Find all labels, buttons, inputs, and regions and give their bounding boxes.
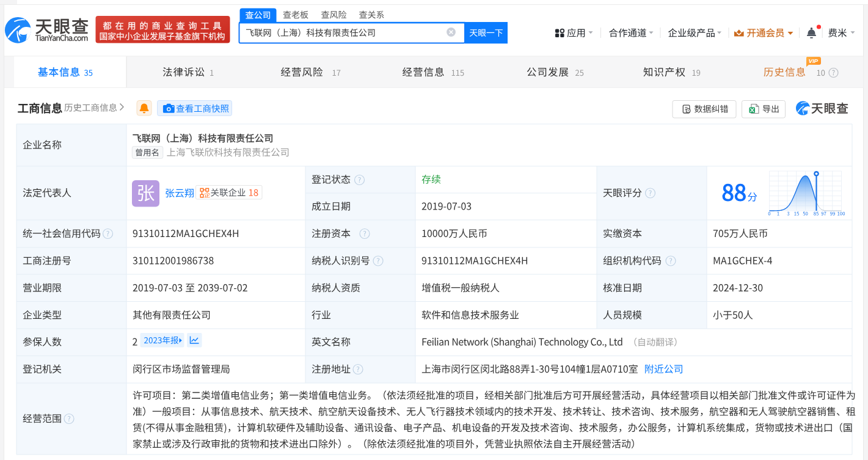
svg-text:VIP: VIP	[809, 57, 819, 64]
